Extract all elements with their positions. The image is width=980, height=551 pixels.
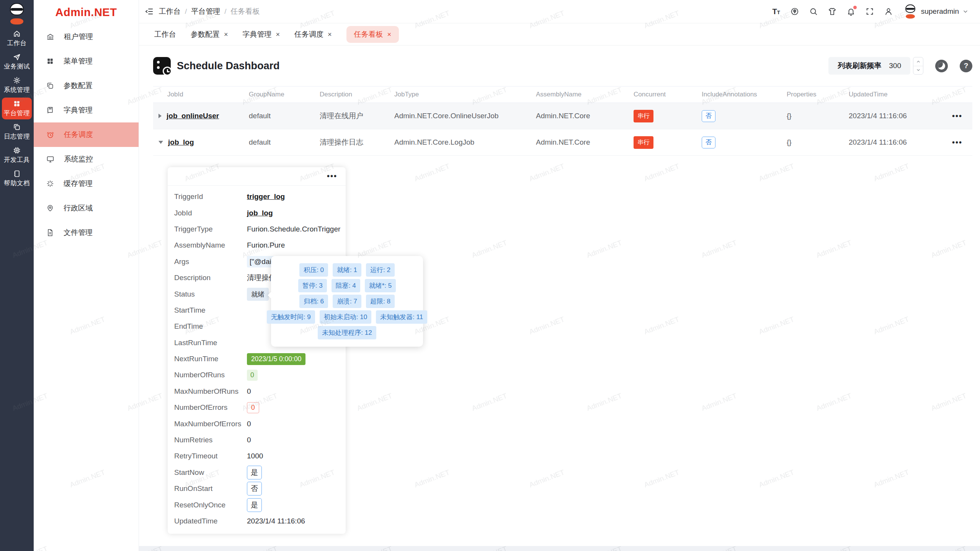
menu-item-label: 文件管理: [64, 228, 93, 238]
close-icon[interactable]: ×: [224, 31, 228, 38]
cell-assembly: Admin.NET.Core: [536, 138, 634, 147]
row-more-icon[interactable]: •••: [952, 112, 962, 120]
status-badge[interactable]: 就绪: [247, 288, 269, 301]
table-row: job_log default 清理操作日志 Admin.NET.Core.Lo…: [153, 129, 972, 156]
cell-description: 清理在线用户: [320, 111, 394, 121]
app-logo[interactable]: [7, 3, 27, 24]
detail-row: NextRunTime2023/1/5 0:00:00: [168, 351, 346, 367]
col-header: Description: [320, 91, 394, 98]
job-link[interactable]: job_onlineUser: [167, 112, 219, 120]
tab-task-dashboard[interactable]: 任务看板×: [346, 26, 399, 43]
primary-sidebar: 工作台 业务测试 系统管理 平台管理 日志管理 开发工具 帮助文档: [0, 0, 34, 551]
include-annotations-tag: 否: [702, 137, 715, 148]
search-icon[interactable]: [809, 7, 818, 16]
menu-item-cache-mgmt[interactable]: 缓存管理: [34, 171, 139, 196]
col-header: JobType: [394, 91, 536, 98]
sidebar-item-workbench[interactable]: 工作台: [2, 28, 32, 49]
table-row: job_onlineUser default 清理在线用户 Admin.NET.…: [153, 103, 972, 129]
sidebar-item-business-test[interactable]: 业务测试: [2, 51, 32, 73]
trigger-link[interactable]: trigger_log: [247, 192, 285, 201]
monitor-icon: [46, 155, 54, 163]
sidebar-item-system[interactable]: 系统管理: [2, 74, 32, 96]
help-icon[interactable]: ?: [960, 60, 972, 72]
close-icon[interactable]: ×: [276, 31, 280, 38]
user-menu[interactable]: superadmin: [903, 4, 969, 19]
refresh-rate-value: 300: [889, 62, 901, 70]
language-icon[interactable]: [791, 7, 799, 16]
stepper-up-icon[interactable]: [913, 57, 923, 66]
tab-dict-mgmt[interactable]: 字典管理×: [243, 29, 280, 39]
menu-item-admin-region[interactable]: 行政区域: [34, 196, 139, 220]
col-header: IncludeAnnotations: [702, 91, 787, 98]
expanded-row-area: ••• TriggerIdtrigger_log JobIdjob_log Tr…: [139, 156, 980, 544]
cell-group: default: [249, 112, 320, 120]
sidebar-item-devtools[interactable]: 开发工具: [2, 144, 32, 166]
detail-row: JobIdjob_log: [168, 205, 346, 221]
cell-group: default: [249, 138, 320, 147]
theme-shirt-icon[interactable]: [828, 7, 836, 16]
breadcrumb-item[interactable]: 平台管理: [191, 7, 220, 16]
include-annotations-tag: 否: [702, 110, 715, 122]
tab-param-config[interactable]: 参数配置×: [191, 29, 228, 39]
menu-item-param-config[interactable]: 参数配置: [34, 73, 139, 98]
cell-assembly: Admin.NET.Core: [536, 112, 634, 120]
menu-item-dict-mgmt[interactable]: 字典管理: [34, 98, 139, 122]
cell-jobtype: Admin.NET.Core.OnlineUserJob: [394, 112, 536, 120]
concurrent-tag: 串行: [634, 136, 653, 149]
expand-icon[interactable]: [158, 114, 162, 118]
menu-item-tenant[interactable]: 租户管理: [34, 24, 139, 49]
horizontal-scrollbar-track[interactable]: [139, 546, 980, 551]
close-icon[interactable]: ×: [387, 31, 392, 38]
timer-icon[interactable]: [935, 60, 948, 72]
card-more-icon[interactable]: •••: [327, 172, 337, 181]
status-legend-badge: 积压: 0: [299, 263, 328, 277]
sidebar-item-label: 平台管理: [4, 109, 30, 117]
menu-item-label: 字典管理: [64, 105, 93, 115]
stepper-down-icon[interactable]: [913, 66, 923, 75]
menu-item-label: 租户管理: [64, 32, 93, 42]
tab-task-schedule[interactable]: 任务调度×: [294, 29, 332, 39]
menu-item-sys-monitor[interactable]: 系统监控: [34, 147, 139, 171]
person-icon[interactable]: [884, 7, 893, 16]
breadcrumb-current: 任务看板: [231, 7, 260, 16]
page-title: Schedule Dashboard: [177, 60, 280, 72]
font-size-icon[interactable]: TT: [773, 8, 780, 15]
breadcrumb-item[interactable]: 工作台: [159, 7, 181, 16]
detail-row: TriggerIdtrigger_log: [168, 189, 346, 205]
location-pin-icon: [46, 204, 54, 212]
job-link[interactable]: job_log: [247, 209, 273, 217]
close-icon[interactable]: ×: [328, 31, 332, 38]
status-legend-badge: 暂停: 3: [298, 279, 327, 292]
cell-properties: {}: [787, 112, 849, 120]
schedule-calendar-icon: [153, 57, 171, 75]
run-on-start-badge: 否: [247, 482, 262, 496]
cell-jobtype: Admin.NET.Core.LogJob: [394, 138, 536, 147]
sidebar-item-logs[interactable]: 日志管理: [2, 121, 32, 143]
tab-workbench[interactable]: 工作台: [154, 29, 176, 39]
status-legend-badge: 初始未启动: 10: [320, 310, 371, 324]
col-header: GroupName: [249, 91, 320, 98]
col-header: Properties: [787, 91, 849, 98]
notification-badge: [853, 6, 857, 9]
topbar: 工作台 / 平台管理 / 任务看板 TT superadmin: [139, 0, 980, 23]
menu-fold-icon[interactable]: [143, 5, 156, 18]
status-legend-badge: 未知触发器: 11: [376, 310, 427, 324]
sidebar-item-platform[interactable]: 平台管理: [2, 98, 32, 119]
cpu-icon: [13, 147, 21, 154]
detail-row: UpdatedTime2023/1/4 11:16:06: [168, 513, 346, 529]
status-legend-badge: 阻塞: 4: [332, 279, 360, 292]
sidebar-item-help-docs[interactable]: 帮助文档: [2, 168, 32, 189]
start-now-badge: 是: [247, 466, 262, 479]
menu-item-file-mgmt[interactable]: 文件管理: [34, 220, 139, 245]
chevron-down-icon: [962, 8, 969, 15]
fullscreen-icon[interactable]: [866, 7, 874, 16]
menu-item-menu-mgmt[interactable]: 菜单管理: [34, 49, 139, 73]
notification-bell-icon[interactable]: [847, 7, 855, 16]
menu-item-task-schedule[interactable]: 任务调度: [34, 122, 139, 147]
row-more-icon[interactable]: •••: [952, 138, 962, 147]
status-legend-badge: 崩溃: 7: [333, 295, 361, 308]
refresh-rate-input[interactable]: 列表刷新频率 300: [828, 57, 910, 75]
breadcrumb-separator: /: [224, 7, 226, 16]
job-link[interactable]: job_log: [168, 138, 194, 147]
collapse-icon[interactable]: [158, 141, 163, 144]
